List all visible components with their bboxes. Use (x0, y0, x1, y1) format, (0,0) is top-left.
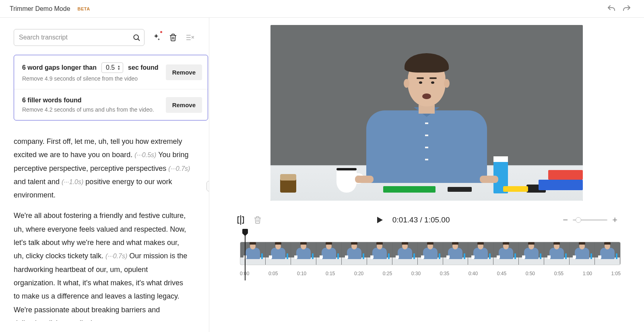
transcript-paragraph: company. First off, let me, uh, tell you… (14, 135, 191, 202)
timeline-thumb[interactable] (342, 242, 367, 265)
ruler-tick: 0:55 (554, 271, 564, 276)
timecode: 0:01.43 / 1:05.00 (392, 216, 450, 224)
gaps-title-prefix: 6 word gaps longer than (22, 64, 97, 71)
ruler-tick: 0:30 (411, 271, 421, 276)
svg-marker-8 (377, 217, 383, 223)
fillers-subtitle: Remove 4.2 seconds of ums and uhs from t… (22, 106, 166, 113)
svg-line-1 (138, 39, 140, 41)
time-ruler: 0:00 0:05 0:10 0:15 0:20 0:25 0:30 0:35 … (240, 271, 621, 276)
gaps-subtitle: Remove 4.9 seconds of silence from the v… (22, 75, 166, 82)
gap-marker[interactable]: (···0.7s) (168, 165, 190, 172)
undo-button[interactable] (604, 1, 619, 17)
zoom-knob[interactable] (576, 217, 581, 223)
timeline-thumb[interactable] (240, 242, 266, 265)
magic-suggestions-button[interactable] (151, 32, 161, 43)
transcript-text[interactable]: company. First off, let me, uh, tell you… (14, 128, 209, 321)
gaps-title-suffix: sec found (128, 64, 159, 71)
ruler-tick: 0:35 (440, 271, 449, 276)
transcript-paragraph: We're all about fostering a friendly and… (14, 209, 191, 321)
gap-threshold-stepper[interactable]: 0.5 ▲▼ (101, 62, 123, 73)
play-button[interactable] (375, 215, 384, 225)
split-icon (236, 214, 246, 226)
search-input[interactable] (14, 29, 144, 46)
timeline-thumb[interactable] (316, 242, 342, 265)
undo-icon (607, 4, 616, 14)
zoom-out-button[interactable]: − (563, 215, 568, 225)
ruler-tick: 1:05 (611, 271, 621, 276)
player-controls: 0:01.43 / 1:05.00 − + (233, 214, 621, 226)
ruler-tick: 0:25 (383, 271, 392, 276)
notification-dot (160, 31, 162, 33)
ruler-tick: 1:00 (583, 271, 592, 276)
time-total: 1:05.00 (424, 216, 450, 224)
timeline-thumb[interactable] (392, 242, 418, 265)
beta-badge: BETA (78, 6, 90, 11)
timeline-thumb[interactable] (266, 242, 291, 265)
gap-marker[interactable]: (···1.0s) (62, 178, 83, 185)
gaps-suggestion: 6 word gaps longer than 0.5 ▲▼ sec found… (14, 55, 208, 89)
timeline: 0:00 0:05 0:10 0:15 0:20 0:25 0:30 0:35 … (233, 232, 621, 276)
clear-strikeouts-button[interactable] (185, 32, 195, 43)
top-bar: Trimmer Demo Mode BETA (0, 0, 644, 18)
delete-button[interactable] (168, 32, 178, 43)
ruler-tick: 0:40 (469, 271, 478, 276)
timeline-thumb[interactable] (418, 242, 443, 265)
time-current: 0:01.43 (392, 216, 418, 224)
list-x-icon (186, 33, 194, 42)
gap-marker[interactable]: (···0.5s) (134, 151, 156, 158)
zoom-control: − + (563, 215, 617, 225)
remove-gaps-button[interactable]: Remove (166, 64, 202, 80)
trash-icon (254, 216, 262, 224)
timeline-thumb[interactable] (570, 242, 595, 265)
trash-icon (169, 33, 177, 42)
remove-fillers-button[interactable]: Remove (166, 97, 202, 113)
ruler-tick: 0:15 (326, 271, 335, 276)
gap-threshold-value: 0.5 (106, 64, 115, 71)
video-preview[interactable] (270, 25, 583, 201)
fillers-suggestion: 6 filler words found Remove 4.2 seconds … (14, 89, 208, 120)
zoom-in-button[interactable]: + (612, 215, 617, 225)
ruler-tick: 0:45 (497, 271, 506, 276)
delete-clip-button[interactable] (254, 216, 262, 224)
timeline-thumb[interactable] (544, 242, 570, 265)
play-icon (375, 215, 384, 225)
timeline-thumb[interactable] (493, 242, 519, 265)
suggestions-panel: 6 word gaps longer than 0.5 ▲▼ sec found… (14, 55, 208, 120)
timeline-thumb[interactable] (595, 242, 620, 265)
search-icon[interactable] (132, 33, 140, 42)
scroll-handle[interactable] (206, 181, 209, 191)
ruler-tick: 0:10 (297, 271, 306, 276)
stepper-arrows: ▲▼ (116, 65, 122, 71)
timeline-thumb[interactable] (443, 242, 469, 265)
ruler-tick: 0:20 (354, 271, 363, 276)
playhead[interactable] (245, 232, 246, 280)
split-button[interactable] (236, 214, 246, 226)
sparkle-icon (152, 33, 161, 42)
timeline-thumb[interactable] (367, 242, 392, 265)
ruler-tick: 0:50 (526, 271, 535, 276)
timeline-thumb[interactable] (519, 242, 544, 265)
gap-marker[interactable]: (···0.7s) (105, 253, 127, 259)
redo-icon (622, 4, 632, 14)
video-panel: 0:01.43 / 1:05.00 − + (209, 18, 644, 332)
redo-button[interactable] (619, 1, 634, 17)
fillers-title: 6 filler words found (22, 97, 82, 104)
ruler-tick: 0:05 (268, 271, 278, 276)
timeline-thumb[interactable] (291, 242, 316, 265)
transcript-panel: 6 word gaps longer than 0.5 ▲▼ sec found… (0, 18, 209, 332)
transcript-search (14, 29, 144, 46)
thumbnail-strip[interactable] (240, 242, 621, 265)
zoom-slider[interactable] (573, 219, 607, 221)
page-title: Trimmer Demo Mode (10, 5, 70, 12)
timeline-thumb[interactable] (468, 242, 493, 265)
